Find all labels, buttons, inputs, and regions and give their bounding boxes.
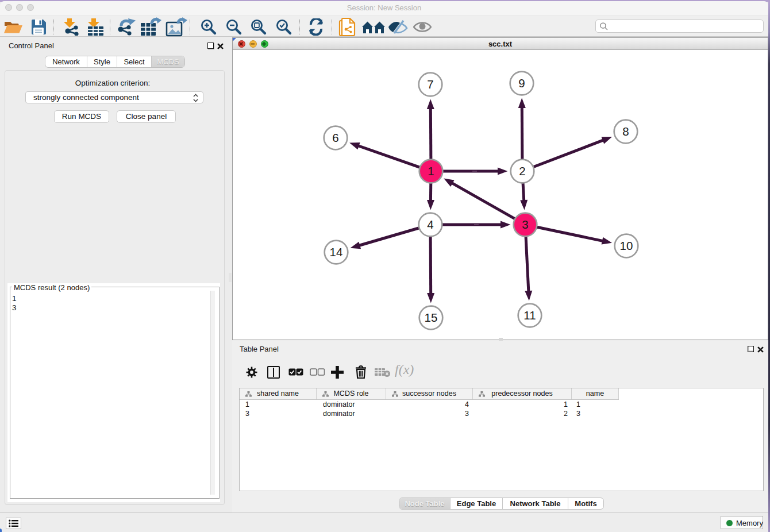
svg-text:3: 3	[522, 218, 528, 231]
svg-text:4: 4	[427, 218, 433, 231]
svg-text:7: 7	[427, 78, 433, 91]
svg-text:9: 9	[518, 76, 525, 90]
svg-text:8: 8	[622, 125, 629, 138]
svg-text:1: 1	[428, 164, 434, 178]
svg-text:6: 6	[332, 131, 338, 144]
svg-text:15: 15	[425, 311, 438, 324]
svg-text:14: 14	[330, 245, 343, 259]
svg-text:2: 2	[519, 164, 525, 178]
svg-text:11: 11	[523, 309, 536, 322]
svg-text:10: 10	[620, 239, 633, 252]
